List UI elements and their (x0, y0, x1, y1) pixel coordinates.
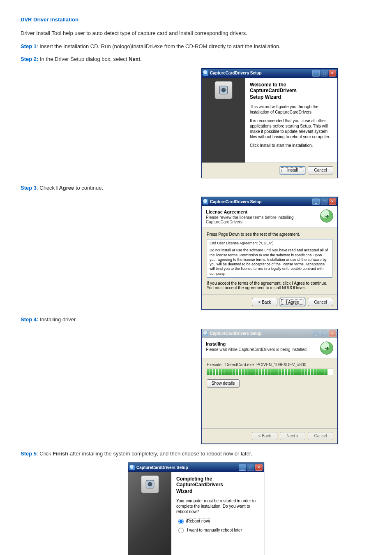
reboot-now-row[interactable]: Reboot now (176, 518, 259, 524)
step-5-label: Step 5 (21, 451, 37, 457)
page-title: DVR Driver Installation (21, 16, 371, 23)
finish-p1: Your computer must be restarted in order… (176, 498, 259, 514)
app-icon (203, 199, 208, 204)
welcome-p1: This wizard will guide you through the i… (250, 104, 332, 115)
license-hint: Press Page Down to see the rest of the a… (207, 232, 332, 237)
eula-p1: Do not install or use the software until… (210, 248, 330, 276)
close-icon[interactable]: ✕ (329, 198, 336, 205)
license-title: CaptureCardDrivers Setup (210, 200, 311, 204)
step-5-bold: Finish (53, 451, 68, 457)
step-5-text-b: after installing the system completely, … (68, 451, 252, 457)
installing-header-sub: Please wait while CaptureCardDrivers is … (206, 347, 320, 352)
minimize-icon: _ (312, 330, 320, 337)
step-3: Step 3: Check I Agree to continue. (21, 184, 371, 192)
arrow-disc-icon (320, 209, 333, 223)
step-2-text-a: In the Driver Setup dialog box, select (38, 56, 129, 62)
step-4-text: Installing driver. (38, 316, 77, 323)
step-2-label: Step 2: (21, 56, 38, 62)
minimize-icon[interactable]: _ (239, 464, 246, 471)
installing-titlebar: CaptureCardDrivers Setup _ ▢ ✕ (202, 329, 337, 338)
welcome-p3: Click Install to start the installation. (250, 143, 332, 148)
step-2-text-b: . (140, 56, 142, 62)
license-button-row: < Back I Agree Cancel (202, 294, 337, 309)
step-4: Step 4: Installing driver. (21, 316, 371, 324)
finish-title: CaptureCardDrivers Setup (136, 465, 238, 470)
license-header-sub: Please review the license terms before i… (206, 215, 320, 224)
step-5-text-a: : Click (37, 451, 53, 457)
maximize-icon: ▢ (247, 464, 254, 471)
next-button: Next > (280, 432, 305, 440)
finish-side-panel (128, 472, 171, 555)
svg-point-1 (221, 88, 226, 92)
finish-dialog: CaptureCardDrivers Setup _ ▢ ✕ Completin… (128, 462, 264, 555)
installing-execute-line: Execute: "DetectCard.exe" PCIVEN_109E&DE… (207, 362, 332, 367)
reboot-now-label: Reboot now (187, 519, 209, 523)
show-details-button[interactable]: Show details (207, 379, 240, 388)
step-2: Step 2: In the Driver Setup dialog box, … (21, 55, 371, 63)
install-button[interactable]: Install (280, 166, 305, 174)
installer-logo-icon (214, 81, 233, 99)
step-1-text: : Insert the Installation CD. Run (nolog… (37, 43, 281, 49)
step-3-text-a: : Check (37, 185, 56, 191)
progress-bar (207, 369, 333, 375)
step-4-label: Step 4: (21, 316, 38, 323)
minimize-icon[interactable]: _ (312, 70, 320, 77)
finish-titlebar[interactable]: CaptureCardDrivers Setup _ ▢ ✕ (128, 463, 264, 472)
app-icon (129, 465, 135, 470)
back-button: < Back (252, 432, 277, 440)
installer-logo-icon (141, 475, 159, 493)
welcome-p2: It is recommended that you close all oth… (250, 118, 332, 139)
back-button[interactable]: < Back (252, 298, 277, 306)
step-1-label: Step 1 (21, 43, 37, 49)
arrow-disc-icon (320, 341, 333, 355)
finish-heading-1: Completing the CaptureCardDrivers (176, 476, 259, 488)
minimize-icon[interactable]: _ (312, 198, 320, 205)
step-1: Step 1: Insert the Installation CD. Run … (21, 42, 371, 51)
license-header-title: License Agreement (206, 209, 320, 214)
close-icon[interactable]: ✕ (329, 330, 336, 337)
eula-title: End User License Agreement ("EULA") (210, 241, 330, 246)
step-3-text-b: to continue. (74, 185, 103, 191)
reboot-later-radio[interactable] (178, 528, 184, 533)
step-3-bold: I Agree (56, 185, 74, 191)
installing-title: CaptureCardDrivers Setup (210, 331, 311, 336)
iagree-button[interactable]: I Agree (280, 298, 305, 306)
app-icon (203, 331, 208, 336)
welcome-side-panel (202, 78, 245, 163)
svg-point-3 (148, 482, 152, 487)
step-5: Step 5: Click Finish after installing th… (21, 450, 371, 458)
reboot-later-label: I want to manually reboot later (187, 528, 242, 532)
step-2-bold: Next (129, 56, 140, 62)
app-icon (203, 70, 208, 76)
welcome-heading-2: Setup Wizard (250, 94, 332, 100)
installing-header-title: Installing (206, 341, 320, 346)
welcome-content: Welcome to the CaptureCardDrivers Setup … (245, 78, 337, 163)
license-header: License Agreement Please review the lice… (202, 206, 337, 228)
intro-paragraph: Driver Install Tool help user to auto de… (21, 29, 371, 37)
license-dialog: CaptureCardDrivers Setup _ ▢ ✕ License A… (201, 197, 338, 310)
close-icon[interactable]: ✕ (255, 464, 263, 471)
maximize-icon: ▢ (321, 330, 328, 337)
welcome-heading-1: Welcome to the CaptureCardDrivers (250, 82, 332, 93)
finish-heading-2: Wizard (176, 488, 259, 494)
license-accept-text: If you accept the terms of the agreement… (207, 281, 332, 290)
installing-dialog: CaptureCardDrivers Setup _ ▢ ✕ Installin… (201, 329, 338, 444)
finish-content: Completing the CaptureCardDrivers Wizard… (171, 472, 264, 555)
reboot-now-radio[interactable] (178, 519, 184, 524)
cancel-button[interactable]: Cancel (308, 166, 333, 174)
step-3-label: Step 3 (21, 185, 37, 191)
license-titlebar[interactable]: CaptureCardDrivers Setup _ ▢ ✕ (202, 197, 337, 206)
license-textbox[interactable]: End User License Agreement ("EULA") Do n… (207, 239, 332, 278)
installing-header: Installing Please wait while CaptureCard… (202, 338, 337, 358)
installing-button-row: < Back Next > Cancel (202, 428, 337, 444)
cancel-button: Cancel (308, 432, 333, 440)
welcome-title: CaptureCardDrivers Setup (210, 71, 311, 75)
cancel-button[interactable]: Cancel (308, 298, 333, 306)
close-icon[interactable]: ✕ (329, 70, 336, 77)
maximize-icon: ▢ (321, 198, 328, 205)
welcome-button-row: Install Cancel (202, 163, 337, 178)
reboot-later-row[interactable]: I want to manually reboot later (176, 527, 259, 533)
welcome-titlebar[interactable]: CaptureCardDrivers Setup _ ▢ ✕ (202, 69, 337, 78)
maximize-icon: ▢ (321, 70, 328, 77)
welcome-dialog: CaptureCardDrivers Setup _ ▢ ✕ Welcome t… (201, 68, 338, 178)
